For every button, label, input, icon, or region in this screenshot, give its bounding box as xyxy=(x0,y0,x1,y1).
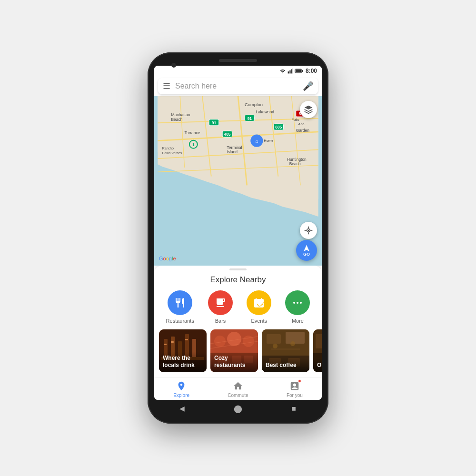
category-row: Restaurants Bars xyxy=(154,290,322,329)
search-bar[interactable]: ☰ Search here 🎤 xyxy=(158,78,318,94)
phone-camera xyxy=(171,63,176,68)
for-you-nav-label: For you xyxy=(287,393,303,398)
restaurants-label: Restaurants xyxy=(166,318,194,324)
svg-text:Rancho: Rancho xyxy=(162,147,174,150)
cards-row: Where the locals drink xyxy=(154,329,322,377)
svg-text:Torrance: Torrance xyxy=(185,130,200,135)
svg-text:⌂: ⌂ xyxy=(255,138,258,144)
svg-point-56 xyxy=(300,302,302,304)
android-nav: ◀ ⬤ ◼ xyxy=(154,400,322,417)
svg-rect-89 xyxy=(316,334,322,348)
svg-text:1: 1 xyxy=(192,142,195,147)
for-you-badge xyxy=(298,379,301,383)
svg-rect-67 xyxy=(185,339,188,340)
nav-for-you[interactable]: For you xyxy=(287,380,303,398)
go-label: GO xyxy=(303,252,310,257)
nav-explore[interactable]: Explore xyxy=(173,380,189,398)
svg-text:605: 605 xyxy=(275,125,282,129)
wifi-icon xyxy=(279,68,286,74)
explore-title: Explore Nearby xyxy=(154,273,322,290)
more-label: More xyxy=(292,318,304,324)
phone-screen: 8:00 ☰ Search here 🎤 xyxy=(154,66,322,400)
svg-text:Beach: Beach xyxy=(289,161,301,166)
svg-text:Lakewood: Lakewood xyxy=(256,109,274,114)
svg-point-69 xyxy=(214,336,226,347)
events-label: Events xyxy=(251,318,267,324)
location-button[interactable] xyxy=(300,222,317,239)
svg-point-54 xyxy=(293,302,295,304)
svg-text:Palos Verdes: Palos Verdes xyxy=(162,151,182,155)
signal-icon xyxy=(288,68,293,74)
svg-rect-80 xyxy=(267,334,281,344)
svg-text:Ana: Ana xyxy=(298,122,305,126)
nav-commute[interactable]: Commute xyxy=(228,380,248,398)
svg-rect-4 xyxy=(292,69,293,74)
svg-rect-7 xyxy=(296,69,301,72)
svg-rect-66 xyxy=(171,341,174,343)
category-more[interactable]: More xyxy=(285,290,310,324)
svg-text:Compton: Compton xyxy=(245,102,263,107)
phone-speaker xyxy=(219,59,257,62)
category-bars[interactable]: Bars xyxy=(208,290,233,324)
for-you-nav-icon xyxy=(289,380,300,392)
map-svg: 91 91 405 605 5 1 Manhattan Beach Compto… xyxy=(154,96,322,266)
layers-icon xyxy=(304,105,313,114)
card-locals-title: Where the locals drink xyxy=(159,352,207,372)
category-events[interactable]: Events xyxy=(247,290,271,324)
svg-text:91: 91 xyxy=(248,116,252,121)
bottom-sheet: Explore Nearby Restaurants xyxy=(154,266,322,400)
go-button[interactable]: GO xyxy=(296,240,317,261)
card-coffee-title: Best coffee xyxy=(262,359,309,372)
svg-rect-87 xyxy=(271,348,300,350)
svg-rect-65 xyxy=(164,344,167,345)
svg-text:Island: Island xyxy=(227,149,238,154)
home-button[interactable]: ⬤ xyxy=(233,404,243,413)
events-icon xyxy=(247,290,271,315)
commute-nav-label: Commute xyxy=(228,393,248,398)
svg-rect-2 xyxy=(289,70,290,74)
card-cozy[interactable]: Cozy restaurants xyxy=(210,329,258,372)
layers-button[interactable] xyxy=(300,101,317,118)
svg-text:Fullu: Fullu xyxy=(291,118,299,122)
svg-text:91: 91 xyxy=(212,120,217,125)
time-display: 8:00 xyxy=(306,68,317,74)
drag-handle[interactable] xyxy=(229,268,247,270)
svg-text:Beach: Beach xyxy=(171,117,182,122)
card-extra-title: Out... xyxy=(313,359,322,372)
svg-point-86 xyxy=(290,341,295,346)
svg-text:Garden: Garden xyxy=(296,128,309,133)
card-cozy-title: Cozy restaurants xyxy=(210,352,258,372)
svg-point-0 xyxy=(282,72,283,73)
back-button[interactable]: ◀ xyxy=(178,404,187,413)
svg-point-49 xyxy=(308,230,309,231)
svg-text:405: 405 xyxy=(224,132,230,137)
status-bar: 8:00 xyxy=(154,66,322,76)
svg-point-85 xyxy=(273,344,278,348)
mic-icon[interactable]: 🎤 xyxy=(303,81,313,91)
svg-rect-3 xyxy=(291,69,292,73)
explore-nav-label: Explore xyxy=(173,393,189,398)
status-icons: 8:00 xyxy=(279,68,317,74)
map-area[interactable]: 91 91 405 605 5 1 Manhattan Beach Compto… xyxy=(154,96,322,266)
recents-button[interactable]: ◼ xyxy=(289,404,298,413)
svg-rect-81 xyxy=(286,332,305,344)
google-logo: Google xyxy=(159,255,176,262)
search-placeholder[interactable]: Search here xyxy=(175,82,298,90)
bars-label: Bars xyxy=(215,318,226,324)
svg-rect-1 xyxy=(288,71,289,73)
my-location-icon xyxy=(304,226,313,235)
bars-icon xyxy=(208,290,233,315)
category-restaurants[interactable]: Restaurants xyxy=(166,290,194,324)
restaurants-icon xyxy=(168,290,192,315)
svg-text:Home: Home xyxy=(264,139,273,143)
menu-icon[interactable]: ☰ xyxy=(163,81,170,91)
svg-point-55 xyxy=(297,302,298,304)
svg-rect-6 xyxy=(302,70,303,72)
phone-device: 8:00 ☰ Search here 🎤 xyxy=(148,52,328,424)
commute-nav-icon xyxy=(232,380,244,392)
card-coffee[interactable]: Best coffee xyxy=(262,329,309,372)
card-extra[interactable]: Out... xyxy=(313,329,322,372)
card-locals[interactable]: Where the locals drink xyxy=(159,329,207,372)
explore-nav-icon xyxy=(176,380,187,392)
battery-icon xyxy=(295,68,303,74)
